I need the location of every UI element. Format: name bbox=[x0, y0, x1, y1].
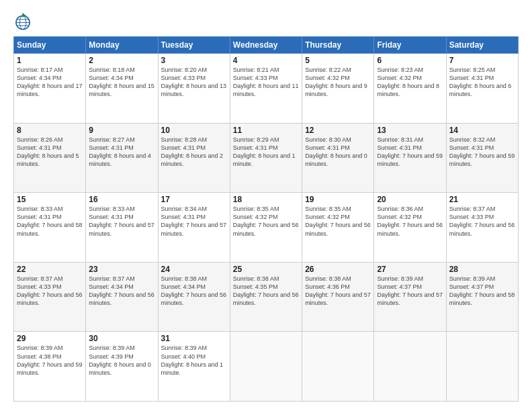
day-number: 2 bbox=[89, 56, 154, 65]
day-info: Sunrise: 8:30 AMSunset: 4:31 PMDaylight:… bbox=[305, 136, 371, 169]
day-info: Sunrise: 8:18 AMSunset: 4:34 PMDaylight:… bbox=[89, 66, 154, 99]
calendar-cell: 3Sunrise: 8:20 AMSunset: 4:33 PMDaylight… bbox=[158, 54, 230, 124]
day-number: 25 bbox=[233, 265, 299, 274]
calendar-header: SundayMondayTuesdayWednesdayThursdayFrid… bbox=[14, 37, 519, 54]
day-info: Sunrise: 8:36 AMSunset: 4:32 PMDaylight:… bbox=[377, 205, 443, 238]
calendar-cell: 25Sunrise: 8:38 AMSunset: 4:35 PMDayligh… bbox=[230, 262, 302, 332]
day-number: 11 bbox=[233, 126, 299, 135]
calendar-cell: 8Sunrise: 8:26 AMSunset: 4:31 PMDaylight… bbox=[14, 123, 86, 193]
calendar-cell: 23Sunrise: 8:37 AMSunset: 4:34 PMDayligh… bbox=[86, 262, 158, 332]
day-info: Sunrise: 8:21 AMSunset: 4:33 PMDaylight:… bbox=[233, 66, 299, 99]
day-number: 27 bbox=[377, 265, 443, 274]
calendar-week-row: 1Sunrise: 8:17 AMSunset: 4:34 PMDaylight… bbox=[14, 54, 519, 124]
calendar-cell: 17Sunrise: 8:34 AMSunset: 4:31 PMDayligh… bbox=[158, 193, 230, 263]
calendar-cell: 22Sunrise: 8:37 AMSunset: 4:33 PMDayligh… bbox=[14, 262, 86, 332]
page: SundayMondayTuesdayWednesdayThursdayFrid… bbox=[0, 0, 532, 411]
header-cell: Tuesday bbox=[158, 37, 230, 54]
day-number: 16 bbox=[89, 195, 154, 204]
header-cell: Sunday bbox=[14, 37, 86, 54]
day-number: 7 bbox=[449, 56, 515, 65]
day-info: Sunrise: 8:39 AMSunset: 4:39 PMDaylight:… bbox=[89, 344, 154, 377]
day-info: Sunrise: 8:31 AMSunset: 4:31 PMDaylight:… bbox=[377, 136, 443, 169]
logo bbox=[13, 12, 35, 31]
day-info: Sunrise: 8:32 AMSunset: 4:31 PMDaylight:… bbox=[449, 136, 515, 169]
day-number: 19 bbox=[305, 195, 371, 204]
calendar-cell: 19Sunrise: 8:35 AMSunset: 4:32 PMDayligh… bbox=[302, 193, 374, 263]
calendar-cell: 13Sunrise: 8:31 AMSunset: 4:31 PMDayligh… bbox=[374, 123, 446, 193]
header-cell: Saturday bbox=[446, 37, 518, 54]
calendar-cell: 1Sunrise: 8:17 AMSunset: 4:34 PMDaylight… bbox=[14, 54, 86, 124]
day-info: Sunrise: 8:38 AMSunset: 4:35 PMDaylight:… bbox=[233, 275, 299, 308]
day-info: Sunrise: 8:26 AMSunset: 4:31 PMDaylight:… bbox=[17, 136, 83, 169]
day-info: Sunrise: 8:37 AMSunset: 4:33 PMDaylight:… bbox=[17, 275, 83, 308]
day-number: 17 bbox=[161, 195, 227, 204]
day-number: 30 bbox=[89, 334, 154, 343]
calendar-cell: 10Sunrise: 8:28 AMSunset: 4:31 PMDayligh… bbox=[158, 123, 230, 193]
calendar-cell: 24Sunrise: 8:38 AMSunset: 4:34 PMDayligh… bbox=[158, 262, 230, 332]
day-info: Sunrise: 8:37 AMSunset: 4:34 PMDaylight:… bbox=[89, 275, 154, 308]
day-number: 1 bbox=[17, 56, 83, 65]
day-info: Sunrise: 8:38 AMSunset: 4:36 PMDaylight:… bbox=[305, 275, 371, 308]
day-number: 5 bbox=[305, 56, 371, 65]
calendar-cell: 12Sunrise: 8:30 AMSunset: 4:31 PMDayligh… bbox=[302, 123, 374, 193]
calendar-cell: 6Sunrise: 8:23 AMSunset: 4:32 PMDaylight… bbox=[374, 54, 446, 124]
day-info: Sunrise: 8:34 AMSunset: 4:31 PMDaylight:… bbox=[161, 205, 227, 238]
calendar-cell bbox=[230, 332, 302, 402]
day-info: Sunrise: 8:23 AMSunset: 4:32 PMDaylight:… bbox=[377, 66, 443, 99]
day-number: 18 bbox=[233, 195, 299, 204]
day-number: 14 bbox=[449, 126, 515, 135]
calendar-cell: 18Sunrise: 8:35 AMSunset: 4:32 PMDayligh… bbox=[230, 193, 302, 263]
calendar-cell: 30Sunrise: 8:39 AMSunset: 4:39 PMDayligh… bbox=[86, 332, 158, 402]
day-info: Sunrise: 8:22 AMSunset: 4:32 PMDaylight:… bbox=[305, 66, 371, 99]
calendar-cell: 29Sunrise: 8:39 AMSunset: 4:38 PMDayligh… bbox=[14, 332, 86, 402]
header-cell: Monday bbox=[86, 37, 158, 54]
calendar-cell: 27Sunrise: 8:39 AMSunset: 4:37 PMDayligh… bbox=[374, 262, 446, 332]
calendar-cell: 2Sunrise: 8:18 AMSunset: 4:34 PMDaylight… bbox=[86, 54, 158, 124]
day-info: Sunrise: 8:39 AMSunset: 4:37 PMDaylight:… bbox=[377, 275, 443, 308]
calendar-cell: 4Sunrise: 8:21 AMSunset: 4:33 PMDaylight… bbox=[230, 54, 302, 124]
day-info: Sunrise: 8:35 AMSunset: 4:32 PMDaylight:… bbox=[305, 205, 371, 238]
calendar-week-row: 8Sunrise: 8:26 AMSunset: 4:31 PMDaylight… bbox=[14, 123, 519, 193]
day-number: 28 bbox=[449, 265, 515, 274]
header-row: SundayMondayTuesdayWednesdayThursdayFrid… bbox=[14, 37, 519, 54]
calendar-cell: 20Sunrise: 8:36 AMSunset: 4:32 PMDayligh… bbox=[374, 193, 446, 263]
day-number: 20 bbox=[377, 195, 443, 204]
day-info: Sunrise: 8:35 AMSunset: 4:32 PMDaylight:… bbox=[233, 205, 299, 238]
day-number: 4 bbox=[233, 56, 299, 65]
header-cell: Friday bbox=[374, 37, 446, 54]
header-cell: Thursday bbox=[302, 37, 374, 54]
calendar-cell: 16Sunrise: 8:33 AMSunset: 4:31 PMDayligh… bbox=[86, 193, 158, 263]
header bbox=[13, 12, 519, 31]
calendar-week-row: 15Sunrise: 8:33 AMSunset: 4:31 PMDayligh… bbox=[14, 193, 519, 263]
day-info: Sunrise: 8:39 AMSunset: 4:40 PMDaylight:… bbox=[161, 344, 227, 377]
calendar-cell: 21Sunrise: 8:37 AMSunset: 4:33 PMDayligh… bbox=[446, 193, 518, 263]
calendar-week-row: 22Sunrise: 8:37 AMSunset: 4:33 PMDayligh… bbox=[14, 262, 519, 332]
day-number: 8 bbox=[17, 126, 83, 135]
day-info: Sunrise: 8:25 AMSunset: 4:31 PMDaylight:… bbox=[449, 66, 515, 99]
header-cell: Wednesday bbox=[230, 37, 302, 54]
day-number: 21 bbox=[449, 195, 515, 204]
day-info: Sunrise: 8:17 AMSunset: 4:34 PMDaylight:… bbox=[17, 66, 83, 99]
day-number: 15 bbox=[17, 195, 83, 204]
day-info: Sunrise: 8:28 AMSunset: 4:31 PMDaylight:… bbox=[161, 136, 227, 169]
calendar-table: SundayMondayTuesdayWednesdayThursdayFrid… bbox=[13, 36, 519, 402]
calendar-cell: 7Sunrise: 8:25 AMSunset: 4:31 PMDaylight… bbox=[446, 54, 518, 124]
day-info: Sunrise: 8:27 AMSunset: 4:31 PMDaylight:… bbox=[89, 136, 154, 169]
day-info: Sunrise: 8:38 AMSunset: 4:34 PMDaylight:… bbox=[161, 275, 227, 308]
day-number: 24 bbox=[161, 265, 227, 274]
day-number: 9 bbox=[89, 126, 154, 135]
day-number: 6 bbox=[377, 56, 443, 65]
calendar-cell: 5Sunrise: 8:22 AMSunset: 4:32 PMDaylight… bbox=[302, 54, 374, 124]
calendar-cell: 26Sunrise: 8:38 AMSunset: 4:36 PMDayligh… bbox=[302, 262, 374, 332]
day-info: Sunrise: 8:39 AMSunset: 4:37 PMDaylight:… bbox=[449, 275, 515, 308]
day-number: 22 bbox=[17, 265, 83, 274]
calendar-cell: 14Sunrise: 8:32 AMSunset: 4:31 PMDayligh… bbox=[446, 123, 518, 193]
day-number: 31 bbox=[161, 334, 227, 343]
calendar-cell: 15Sunrise: 8:33 AMSunset: 4:31 PMDayligh… bbox=[14, 193, 86, 263]
calendar-cell: 9Sunrise: 8:27 AMSunset: 4:31 PMDaylight… bbox=[86, 123, 158, 193]
day-info: Sunrise: 8:20 AMSunset: 4:33 PMDaylight:… bbox=[161, 66, 227, 99]
day-number: 23 bbox=[89, 265, 154, 274]
day-number: 3 bbox=[161, 56, 227, 65]
day-info: Sunrise: 8:33 AMSunset: 4:31 PMDaylight:… bbox=[89, 205, 154, 238]
day-info: Sunrise: 8:33 AMSunset: 4:31 PMDaylight:… bbox=[17, 205, 83, 238]
